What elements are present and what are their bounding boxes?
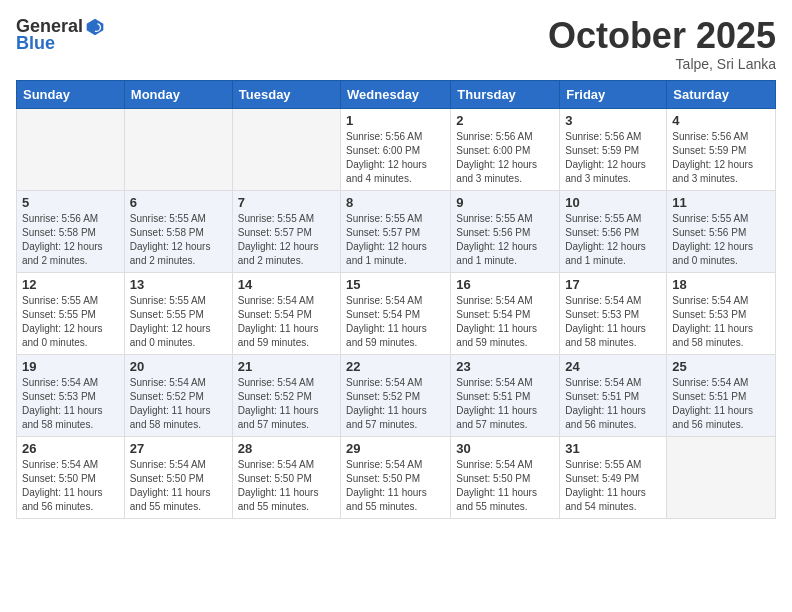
day-info: Sunrise: 5:55 AM Sunset: 5:56 PM Dayligh… [672,212,770,268]
day-number: 20 [130,359,227,374]
day-info: Sunrise: 5:54 AM Sunset: 5:50 PM Dayligh… [238,458,335,514]
day-info: Sunrise: 5:54 AM Sunset: 5:54 PM Dayligh… [456,294,554,350]
logo-blue: Blue [16,33,55,54]
day-info: Sunrise: 5:54 AM Sunset: 5:50 PM Dayligh… [22,458,119,514]
day-number: 9 [456,195,554,210]
calendar-day-cell: 4Sunrise: 5:56 AM Sunset: 5:59 PM Daylig… [667,108,776,190]
calendar-day-cell: 15Sunrise: 5:54 AM Sunset: 5:54 PM Dayli… [341,272,451,354]
calendar-day-cell [17,108,125,190]
weekday-header-thursday: Thursday [451,80,560,108]
calendar-week-row: 5Sunrise: 5:56 AM Sunset: 5:58 PM Daylig… [17,190,776,272]
day-info: Sunrise: 5:55 AM Sunset: 5:55 PM Dayligh… [22,294,119,350]
calendar-day-cell: 3Sunrise: 5:56 AM Sunset: 5:59 PM Daylig… [560,108,667,190]
day-info: Sunrise: 5:54 AM Sunset: 5:51 PM Dayligh… [672,376,770,432]
calendar-day-cell: 14Sunrise: 5:54 AM Sunset: 5:54 PM Dayli… [232,272,340,354]
calendar-day-cell: 9Sunrise: 5:55 AM Sunset: 5:56 PM Daylig… [451,190,560,272]
day-number: 29 [346,441,445,456]
day-info: Sunrise: 5:56 AM Sunset: 5:59 PM Dayligh… [672,130,770,186]
day-info: Sunrise: 5:55 AM Sunset: 5:56 PM Dayligh… [456,212,554,268]
day-number: 14 [238,277,335,292]
day-number: 28 [238,441,335,456]
day-number: 27 [130,441,227,456]
calendar-day-cell [232,108,340,190]
calendar-day-cell [667,436,776,518]
calendar-day-cell: 17Sunrise: 5:54 AM Sunset: 5:53 PM Dayli… [560,272,667,354]
day-info: Sunrise: 5:54 AM Sunset: 5:53 PM Dayligh… [565,294,661,350]
day-number: 30 [456,441,554,456]
day-info: Sunrise: 5:55 AM Sunset: 5:57 PM Dayligh… [238,212,335,268]
day-number: 13 [130,277,227,292]
day-info: Sunrise: 5:54 AM Sunset: 5:50 PM Dayligh… [346,458,445,514]
day-number: 22 [346,359,445,374]
day-info: Sunrise: 5:54 AM Sunset: 5:53 PM Dayligh… [22,376,119,432]
day-number: 12 [22,277,119,292]
calendar-day-cell: 8Sunrise: 5:55 AM Sunset: 5:57 PM Daylig… [341,190,451,272]
calendar-day-cell: 10Sunrise: 5:55 AM Sunset: 5:56 PM Dayli… [560,190,667,272]
day-number: 5 [22,195,119,210]
calendar-day-cell: 11Sunrise: 5:55 AM Sunset: 5:56 PM Dayli… [667,190,776,272]
calendar-day-cell: 22Sunrise: 5:54 AM Sunset: 5:52 PM Dayli… [341,354,451,436]
calendar-day-cell: 21Sunrise: 5:54 AM Sunset: 5:52 PM Dayli… [232,354,340,436]
calendar-day-cell: 19Sunrise: 5:54 AM Sunset: 5:53 PM Dayli… [17,354,125,436]
day-number: 15 [346,277,445,292]
weekday-header-saturday: Saturday [667,80,776,108]
title-section: October 2025 Talpe, Sri Lanka [548,16,776,72]
page-header: General Blue October 2025 Talpe, Sri Lan… [16,16,776,72]
calendar-day-cell: 20Sunrise: 5:54 AM Sunset: 5:52 PM Dayli… [124,354,232,436]
calendar-day-cell: 23Sunrise: 5:54 AM Sunset: 5:51 PM Dayli… [451,354,560,436]
day-info: Sunrise: 5:55 AM Sunset: 5:57 PM Dayligh… [346,212,445,268]
calendar-day-cell: 6Sunrise: 5:55 AM Sunset: 5:58 PM Daylig… [124,190,232,272]
day-number: 25 [672,359,770,374]
calendar-day-cell: 29Sunrise: 5:54 AM Sunset: 5:50 PM Dayli… [341,436,451,518]
day-number: 10 [565,195,661,210]
day-number: 4 [672,113,770,128]
calendar-day-cell: 27Sunrise: 5:54 AM Sunset: 5:50 PM Dayli… [124,436,232,518]
day-info: Sunrise: 5:54 AM Sunset: 5:54 PM Dayligh… [238,294,335,350]
day-number: 7 [238,195,335,210]
day-number: 23 [456,359,554,374]
day-number: 16 [456,277,554,292]
calendar-day-cell: 12Sunrise: 5:55 AM Sunset: 5:55 PM Dayli… [17,272,125,354]
location-subtitle: Talpe, Sri Lanka [548,56,776,72]
day-info: Sunrise: 5:54 AM Sunset: 5:52 PM Dayligh… [346,376,445,432]
day-info: Sunrise: 5:54 AM Sunset: 5:51 PM Dayligh… [456,376,554,432]
calendar-table: SundayMondayTuesdayWednesdayThursdayFrid… [16,80,776,519]
day-info: Sunrise: 5:54 AM Sunset: 5:51 PM Dayligh… [565,376,661,432]
day-number: 21 [238,359,335,374]
day-number: 2 [456,113,554,128]
calendar-week-row: 19Sunrise: 5:54 AM Sunset: 5:53 PM Dayli… [17,354,776,436]
day-info: Sunrise: 5:54 AM Sunset: 5:50 PM Dayligh… [130,458,227,514]
day-number: 3 [565,113,661,128]
day-info: Sunrise: 5:56 AM Sunset: 5:59 PM Dayligh… [565,130,661,186]
logo-icon [85,17,105,37]
calendar-day-cell: 26Sunrise: 5:54 AM Sunset: 5:50 PM Dayli… [17,436,125,518]
calendar-day-cell: 7Sunrise: 5:55 AM Sunset: 5:57 PM Daylig… [232,190,340,272]
calendar-day-cell: 25Sunrise: 5:54 AM Sunset: 5:51 PM Dayli… [667,354,776,436]
weekday-header-sunday: Sunday [17,80,125,108]
day-info: Sunrise: 5:54 AM Sunset: 5:50 PM Dayligh… [456,458,554,514]
day-info: Sunrise: 5:55 AM Sunset: 5:49 PM Dayligh… [565,458,661,514]
day-info: Sunrise: 5:54 AM Sunset: 5:52 PM Dayligh… [130,376,227,432]
calendar-day-cell [124,108,232,190]
day-info: Sunrise: 5:55 AM Sunset: 5:58 PM Dayligh… [130,212,227,268]
day-info: Sunrise: 5:55 AM Sunset: 5:56 PM Dayligh… [565,212,661,268]
day-number: 17 [565,277,661,292]
calendar-header-row: SundayMondayTuesdayWednesdayThursdayFrid… [17,80,776,108]
weekday-header-wednesday: Wednesday [341,80,451,108]
calendar-day-cell: 18Sunrise: 5:54 AM Sunset: 5:53 PM Dayli… [667,272,776,354]
day-info: Sunrise: 5:56 AM Sunset: 5:58 PM Dayligh… [22,212,119,268]
day-number: 8 [346,195,445,210]
calendar-day-cell: 13Sunrise: 5:55 AM Sunset: 5:55 PM Dayli… [124,272,232,354]
calendar-day-cell: 5Sunrise: 5:56 AM Sunset: 5:58 PM Daylig… [17,190,125,272]
calendar-week-row: 1Sunrise: 5:56 AM Sunset: 6:00 PM Daylig… [17,108,776,190]
day-info: Sunrise: 5:54 AM Sunset: 5:52 PM Dayligh… [238,376,335,432]
day-info: Sunrise: 5:54 AM Sunset: 5:53 PM Dayligh… [672,294,770,350]
day-number: 11 [672,195,770,210]
weekday-header-monday: Monday [124,80,232,108]
weekday-header-tuesday: Tuesday [232,80,340,108]
calendar-day-cell: 30Sunrise: 5:54 AM Sunset: 5:50 PM Dayli… [451,436,560,518]
calendar-day-cell: 16Sunrise: 5:54 AM Sunset: 5:54 PM Dayli… [451,272,560,354]
logo: General Blue [16,16,105,54]
day-info: Sunrise: 5:54 AM Sunset: 5:54 PM Dayligh… [346,294,445,350]
day-number: 6 [130,195,227,210]
